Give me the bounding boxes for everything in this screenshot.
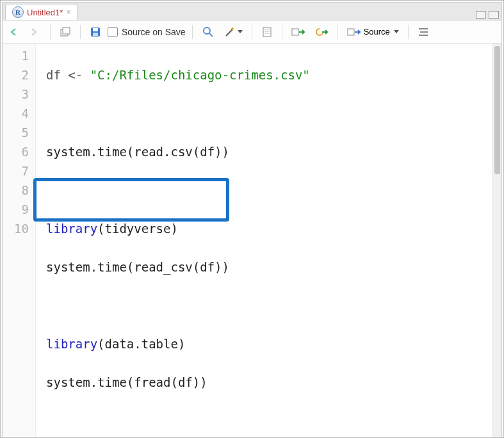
svg-line-7 bbox=[226, 29, 232, 36]
maximize-pane-icon[interactable] bbox=[489, 11, 499, 19]
source-button[interactable]: Source bbox=[345, 24, 402, 40]
source-button-label: Source bbox=[364, 27, 390, 36]
code-line: system.time(read_csv(df)) bbox=[46, 257, 500, 277]
linenum: 10 bbox=[5, 219, 29, 238]
save-button[interactable] bbox=[87, 24, 104, 40]
svg-rect-13 bbox=[348, 29, 354, 35]
linenum: 8 bbox=[5, 181, 29, 200]
scrollbar-thumb[interactable] bbox=[494, 46, 500, 174]
arrow-left-icon bbox=[9, 28, 20, 36]
svg-point-5 bbox=[204, 28, 210, 34]
code-token: library bbox=[46, 337, 97, 351]
svg-rect-12 bbox=[292, 29, 298, 35]
separator bbox=[192, 25, 193, 39]
separator bbox=[337, 25, 338, 39]
svg-rect-8 bbox=[263, 28, 271, 36]
window-controls bbox=[476, 11, 499, 20]
editor-pane: R Untitled1* × Source on Save bbox=[2, 2, 502, 438]
minimize-pane-icon[interactable] bbox=[476, 11, 486, 19]
editor-toolbar: Source on Save Source bbox=[3, 20, 501, 44]
outline-icon bbox=[418, 27, 429, 37]
editor-scrollbar[interactable] bbox=[492, 44, 501, 438]
separator bbox=[282, 25, 282, 39]
code-text[interactable]: df <- "C:/Rfiles/chicago-crimes.csv" sys… bbox=[36, 44, 501, 438]
report-button[interactable] bbox=[259, 24, 275, 40]
code-editor[interactable]: 1 2 3 4 5 6 7 8 9 10 df <- "C:/Rfiles/ch… bbox=[3, 44, 501, 438]
separator bbox=[80, 25, 81, 39]
linenum: 5 bbox=[5, 123, 29, 142]
close-icon[interactable]: × bbox=[66, 8, 70, 17]
code-tools-button[interactable] bbox=[221, 24, 245, 40]
linenum: 9 bbox=[5, 200, 29, 219]
separator bbox=[408, 25, 409, 39]
line-gutter: 1 2 3 4 5 6 7 8 9 10 bbox=[3, 44, 36, 438]
linenum: 3 bbox=[5, 85, 29, 104]
linenum: 6 bbox=[5, 142, 29, 161]
svg-rect-1 bbox=[63, 28, 70, 34]
find-button[interactable] bbox=[199, 24, 217, 40]
code-line: system.time(read.csv(df)) bbox=[46, 142, 500, 161]
editor-tabstrip: R Untitled1* × bbox=[3, 3, 501, 20]
code-token: (data.table) bbox=[97, 337, 185, 351]
linenum: 7 bbox=[5, 161, 29, 181]
svg-rect-3 bbox=[93, 28, 98, 31]
linenum: 4 bbox=[5, 104, 29, 123]
tab-untitled1[interactable]: R Untitled1* × bbox=[5, 4, 77, 20]
chevron-down-icon bbox=[394, 30, 399, 33]
code-token: df <- bbox=[46, 68, 90, 82]
source-icon bbox=[347, 27, 361, 37]
outline-button[interactable] bbox=[415, 24, 432, 40]
code-token: (tidyverse) bbox=[97, 222, 178, 236]
separator bbox=[252, 25, 252, 39]
back-button[interactable] bbox=[6, 24, 23, 40]
popout-icon bbox=[60, 27, 71, 37]
source-on-save-checkbox[interactable] bbox=[108, 27, 118, 37]
separator bbox=[50, 25, 51, 39]
linenum: 1 bbox=[5, 46, 29, 65]
svg-line-6 bbox=[209, 33, 213, 36]
svg-rect-4 bbox=[93, 33, 98, 36]
search-icon bbox=[202, 26, 215, 38]
tab-title: Untitled1* bbox=[27, 8, 63, 17]
rerun-icon bbox=[314, 27, 329, 37]
code-token: library bbox=[46, 222, 97, 236]
wand-icon bbox=[224, 26, 236, 38]
notebook-icon bbox=[261, 26, 273, 38]
chevron-down-icon bbox=[238, 30, 243, 33]
show-in-new-window-button[interactable] bbox=[57, 24, 74, 40]
run-icon bbox=[291, 27, 305, 37]
rerun-button[interactable] bbox=[312, 24, 331, 40]
code-line: system.time(fread(df)) bbox=[46, 373, 500, 392]
source-on-save-label: Source on Save bbox=[122, 27, 186, 37]
forward-button[interactable] bbox=[27, 24, 44, 40]
arrow-right-icon bbox=[29, 28, 41, 36]
r-script-icon: R bbox=[12, 6, 24, 18]
run-button[interactable] bbox=[289, 24, 308, 40]
linenum: 2 bbox=[5, 65, 29, 85]
code-token: "C:/Rfiles/chicago-crimes.csv" bbox=[90, 68, 310, 82]
save-icon bbox=[90, 26, 101, 38]
